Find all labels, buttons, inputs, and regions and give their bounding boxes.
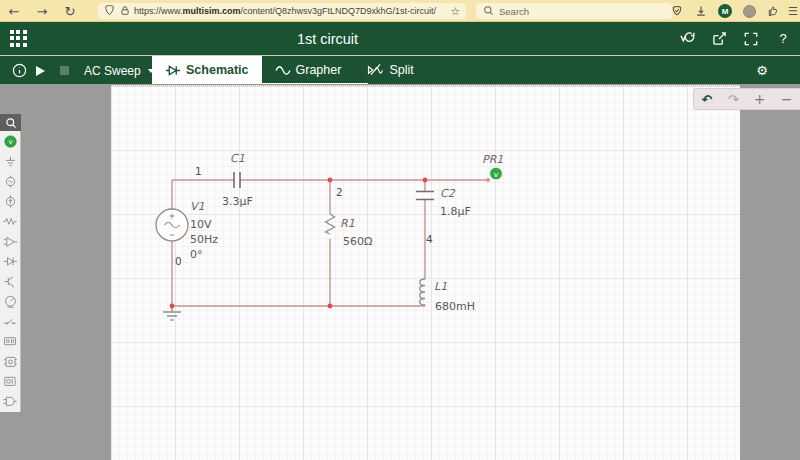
settings-gear-icon[interactable]: ⚙ (756, 56, 768, 85)
account-icon[interactable] (740, 0, 758, 22)
export-icon[interactable] (710, 30, 728, 48)
thumbs-up-icon[interactable] (764, 0, 782, 22)
tab-grapher[interactable]: Grapher (262, 56, 355, 83)
switch-icon[interactable] (0, 311, 20, 331)
search-input[interactable] (499, 6, 649, 17)
stop-simulation-button[interactable] (60, 56, 76, 85)
workspace: v V1 1 (0, 84, 800, 460)
svg-text:v: v (8, 137, 12, 145)
probe-pr1[interactable]: v (490, 167, 503, 180)
v1-phase-label: 0° (190, 248, 203, 261)
zoom-out-icon[interactable]: − (781, 92, 793, 106)
download-icon[interactable] (692, 0, 710, 22)
node-0-label: 0 (175, 255, 182, 267)
help-icon[interactable]: ? (774, 30, 792, 48)
node-2-label: 2 (336, 186, 343, 198)
probe-icon[interactable]: v (0, 131, 20, 151)
c1-ref-label[interactable]: C1 (230, 152, 245, 165)
menu-hamburger-icon[interactable]: ☰ (784, 0, 800, 22)
ic-icon[interactable] (0, 351, 20, 371)
component-palette: v (0, 131, 21, 412)
component-c1[interactable] (234, 172, 240, 188)
r1-ref-label[interactable]: R1 (340, 217, 355, 230)
logic-gate-icon[interactable] (0, 391, 20, 411)
simulation-toolbar: AC Sweep Schematic Grapher Split (0, 55, 800, 84)
wire-end-dot (486, 178, 490, 182)
resistor-icon[interactable] (0, 211, 20, 231)
search-icon (5, 117, 17, 129)
v1-ref-label[interactable]: V1 (190, 200, 205, 213)
app-header: 1st circuit ? (0, 22, 800, 55)
component-v1[interactable] (156, 209, 188, 241)
l1-value-label: 680mH (435, 300, 475, 313)
canvas-controls: ↶ ↷ + − (693, 88, 800, 110)
c2-value-label: 1.8µF (440, 205, 471, 218)
current-source-icon[interactable] (0, 191, 20, 211)
svg-text:v: v (494, 170, 499, 179)
page-title: 1st circuit (0, 22, 655, 55)
v1-voltage-label: 10V (190, 218, 212, 231)
info-icon[interactable] (8, 56, 30, 85)
node-1-label: 1 (195, 165, 202, 177)
split-icon (367, 63, 384, 76)
run-simulation-button[interactable] (36, 56, 52, 85)
forward-icon[interactable]: → (32, 0, 52, 22)
browser-search-bar[interactable] (476, 3, 672, 19)
back-icon[interactable]: ← (4, 0, 24, 22)
redo-icon[interactable]: ↷ (728, 93, 739, 106)
r1-value-label: 560Ω (343, 235, 372, 248)
l1-ref-label[interactable]: L1 (434, 280, 447, 293)
version-history-icon[interactable] (678, 30, 696, 48)
diode-icon[interactable] (0, 251, 20, 271)
schematic-canvas[interactable]: V1 10V 50Hz 0° C1 3.3µF R1 (111, 85, 740, 460)
component-c2[interactable] (416, 192, 434, 200)
grapher-icon (275, 64, 291, 76)
v1-frequency-label: 50Hz (190, 233, 218, 246)
component-r1[interactable] (326, 214, 335, 234)
component-l1[interactable] (420, 279, 425, 305)
circuit-drawing: V1 10V 50Hz 0° C1 3.3µF R1 (111, 86, 740, 460)
fullscreen-icon[interactable] (742, 30, 760, 48)
pr1-ref-label[interactable]: PR1 (482, 153, 503, 166)
c2-ref-label[interactable]: C2 (440, 187, 456, 200)
analysis-mode-dropdown[interactable]: AC Sweep (84, 56, 154, 85)
bookmark-star-icon[interactable]: ☆ (450, 5, 460, 18)
url-bar[interactable]: https://www.multisim.com/content/Q8zhwsv… (98, 3, 466, 19)
tab-schematic[interactable]: Schematic (152, 56, 262, 84)
browser-chrome: ← → ↻ https://www.multisim.com/content/Q… (0, 0, 800, 22)
tracking-shield-icon[interactable] (104, 3, 115, 19)
multisim-window: ← → ↻ https://www.multisim.com/content/Q… (0, 0, 800, 460)
ground-icon[interactable] (0, 151, 20, 171)
profile-avatar[interactable]: M (716, 0, 734, 22)
transistor-icon[interactable] (0, 271, 20, 291)
opamp-icon[interactable] (0, 231, 20, 251)
component-search-button[interactable] (0, 114, 21, 131)
reload-icon[interactable]: ↻ (60, 0, 80, 22)
c1-value-label: 3.3µF (222, 195, 253, 208)
lock-icon (120, 3, 130, 19)
url-text: https://www.multisim.com/content/Q8zhwsv… (134, 6, 450, 16)
meter-icon[interactable] (0, 291, 20, 311)
zoom-in-icon[interactable]: + (754, 92, 766, 106)
search-icon (483, 3, 494, 19)
ac-source-icon[interactable] (0, 171, 20, 191)
transistor-array-icon[interactable] (0, 371, 20, 391)
schematic-icon (165, 64, 181, 77)
pocket-shield-icon[interactable] (668, 0, 686, 22)
relay-icon[interactable] (0, 331, 20, 351)
undo-icon[interactable]: ↶ (702, 93, 713, 106)
tab-split[interactable]: Split (354, 56, 426, 83)
node-4-label: 4 (426, 233, 433, 245)
